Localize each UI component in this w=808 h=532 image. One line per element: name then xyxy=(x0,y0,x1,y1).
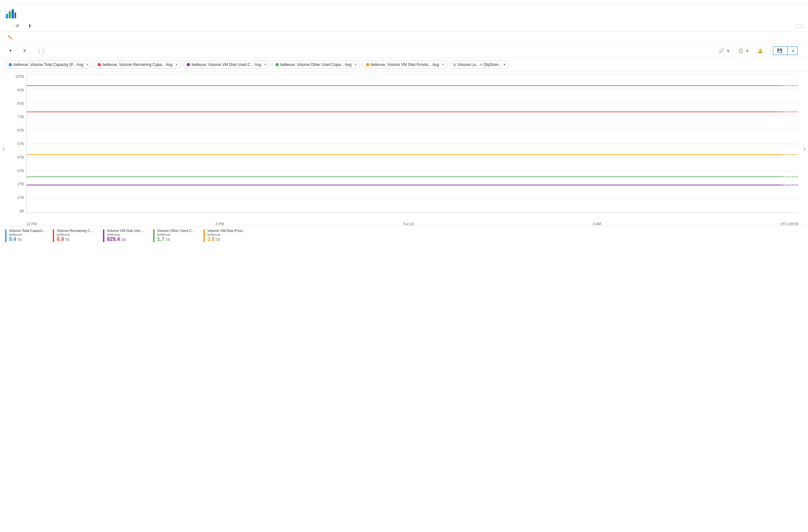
close-button[interactable] xyxy=(798,12,803,15)
legend-value-4: 1.7 TB xyxy=(157,236,196,242)
pill-color-4 xyxy=(276,63,279,66)
pill-remove-1[interactable]: × xyxy=(86,62,89,67)
y-label-6: 4TB xyxy=(17,155,24,159)
metric-pill-3[interactable]: bellevue, Volume VM Disk Used C... Avg× xyxy=(183,60,270,69)
chart-nav-left[interactable]: ‹ xyxy=(0,143,7,155)
new-chart-button[interactable] xyxy=(5,25,10,27)
metric-pill-4[interactable]: bellevue, Volume Other Used Capa... Avg× xyxy=(272,60,361,69)
y-label-5: 5TB xyxy=(17,142,24,146)
y-label-9: 1TB xyxy=(17,195,24,200)
new-alert-rule-button[interactable]: 🔔 xyxy=(754,46,768,55)
filter-pill-text: Volume La... = ObjStore... xyxy=(457,62,502,67)
legend-item-2: Volume Remaining Cap... bellevue 6.9 TB xyxy=(53,229,95,242)
pill-remove-5[interactable]: × xyxy=(442,62,444,67)
chart-inner-container: 10TB9TB8TB7TB6TB5TB4TB3TB2TB1TB0B 12 PM6… xyxy=(10,71,798,226)
y-label-2: 8TB xyxy=(17,102,24,106)
metric-pill-2[interactable]: bellevue, Volume Remaining Capa... Avg× xyxy=(94,60,181,69)
pill-remove-3[interactable]: × xyxy=(264,62,267,67)
apply-splitting-button[interactable]: ⋮⋮ xyxy=(34,46,50,55)
x-axis: 12 PM6 PMTue 106 AMUTC+08:00 xyxy=(26,221,798,226)
pill-remove-4[interactable]: × xyxy=(354,62,357,67)
legend-value-2: 6.9 TB xyxy=(57,236,95,242)
y-label-3: 7TB xyxy=(17,115,24,119)
y-label-0: 10TB xyxy=(16,75,24,78)
x-label-3: 6 AM xyxy=(593,222,601,226)
legend-item-1: Volume Total Capacit... bellevue 9.4 TB xyxy=(5,229,45,242)
y-label-1: 9TB xyxy=(17,88,24,92)
pill-remove-2[interactable]: × xyxy=(176,62,178,67)
more-options-button[interactable] xyxy=(799,49,803,52)
time-selector[interactable] xyxy=(796,24,803,28)
metric-pill-5[interactable]: bellevue, Volume VM Disk Provisi... Avg× xyxy=(363,60,448,69)
chart-toolbar-right: 📈 ∨ 📋 ∨ 🔔 💾 ∨ xyxy=(715,46,803,55)
legend-text-3: Volume VM Disk Used ... bellevue 829.4 G… xyxy=(107,229,146,242)
line-chart-button[interactable]: 📈 ∨ xyxy=(715,46,733,55)
legend-text-5: Volume VM Disk Provi... bellevue 3.8 TB xyxy=(207,229,245,242)
share-icon: ⬆ xyxy=(28,23,32,28)
chart-svg xyxy=(27,75,798,213)
legend-item-3: Volume VM Disk Used ... bellevue 829.4 G… xyxy=(103,229,146,242)
legend-text-2: Volume Remaining Cap... bellevue 6.9 TB xyxy=(57,229,95,242)
legend-title-2: Volume Remaining Cap... xyxy=(57,229,95,232)
legend-text-1: Volume Total Capacit... bellevue 9.4 TB xyxy=(9,229,45,242)
legend-item-4: Volume Other Used Ca... bellevue 1.7 TB xyxy=(153,229,196,242)
filter-pill-remove[interactable]: × xyxy=(503,62,506,67)
pill-text-1: bellevue, Volume Total Capacity (P... Av… xyxy=(14,62,84,67)
metric-pills: bellevue, Volume Total Capacity (P... Av… xyxy=(0,58,808,71)
refresh-button[interactable]: ↺ xyxy=(13,22,23,30)
chart-drawing-area xyxy=(26,75,798,213)
y-label-10: 0B xyxy=(20,209,24,213)
svg-rect-1 xyxy=(9,11,11,18)
legend-color-5 xyxy=(203,229,205,242)
edit-title-icon[interactable]: ✏️ xyxy=(8,35,13,40)
save-dashboard-chevron-button[interactable]: ∨ xyxy=(789,46,798,55)
legend-color-3 xyxy=(103,229,104,242)
pill-color-5 xyxy=(366,63,369,66)
drill-into-logs-button[interactable]: 📋 ∨ xyxy=(735,46,753,55)
legend-item-5: Volume VM Disk Provi... bellevue 3.8 TB xyxy=(203,229,245,242)
save-icon: 💾 xyxy=(777,48,782,53)
svg-rect-2 xyxy=(12,9,14,18)
legend-subtitle-4: bellevue xyxy=(157,232,196,236)
filter-icon: ⧖ xyxy=(453,62,456,67)
legend-value-5: 3.8 TB xyxy=(207,236,245,242)
pill-text-5: bellevue, Volume VM Disk Provisi... Avg xyxy=(371,62,439,67)
legend-area: Volume Total Capacit... bellevue 9.4 TB … xyxy=(0,226,808,245)
top-nav xyxy=(0,0,808,4)
legend-color-4 xyxy=(153,229,154,242)
top-toolbar: ↺ ⬆ xyxy=(0,20,808,32)
pill-color-2 xyxy=(97,63,101,66)
legend-title-4: Volume Other Used Ca... xyxy=(157,229,196,232)
legend-title-5: Volume VM Disk Provi... xyxy=(207,229,245,232)
legend-value-3: 829.4 GB xyxy=(107,236,146,242)
toolbar-divider xyxy=(770,46,770,54)
x-label-1: 6 PM xyxy=(216,222,224,226)
add-metric-button[interactable]: ✦ xyxy=(5,46,17,55)
line-chart-icon: 📈 xyxy=(719,48,724,53)
legend-color-2 xyxy=(53,229,54,242)
legend-title-1: Volume Total Capacit... xyxy=(9,229,45,232)
line-chart-chevron: ∨ xyxy=(727,48,730,53)
chart-container: ‹ › 10TB9TB8TB7TB6TB5TB4TB3TB2TB1TB0B 12… xyxy=(0,71,808,226)
share-button[interactable]: ⬆ xyxy=(25,22,37,30)
x-label-0: 12 PM xyxy=(26,222,37,226)
x-label-2: Tue 10 xyxy=(403,222,414,226)
y-label-4: 6TB xyxy=(17,128,24,132)
x-label-4: UTC+08:00 xyxy=(780,222,798,226)
svg-rect-0 xyxy=(6,14,8,18)
add-filter-button[interactable]: ⧖ xyxy=(20,46,31,55)
save-to-dashboard-button[interactable]: 💾 xyxy=(773,46,788,55)
chart-toolbar: ✦ ⧖ ⋮⋮ 📈 ∨ 📋 ∨ 🔔 💾 ∨ xyxy=(0,43,808,58)
refresh-icon: ↺ xyxy=(16,23,19,28)
y-label-7: 3TB xyxy=(17,169,24,173)
metrics-icon xyxy=(5,7,17,19)
chart-nav-right[interactable]: › xyxy=(801,143,808,155)
legend-color-1 xyxy=(5,229,6,242)
pill-color-3 xyxy=(187,63,190,66)
apply-splitting-icon: ⋮⋮ xyxy=(37,48,45,53)
metric-pill-1[interactable]: bellevue, Volume Total Capacity (P... Av… xyxy=(5,60,92,69)
filter-pill[interactable]: ⧖Volume La... = ObjStore...× xyxy=(450,60,509,69)
pill-text-3: bellevue, Volume VM Disk Used C... Avg xyxy=(191,62,261,67)
legend-title-3: Volume VM Disk Used ... xyxy=(107,229,146,232)
legend-subtitle-3: bellevue xyxy=(107,232,146,236)
